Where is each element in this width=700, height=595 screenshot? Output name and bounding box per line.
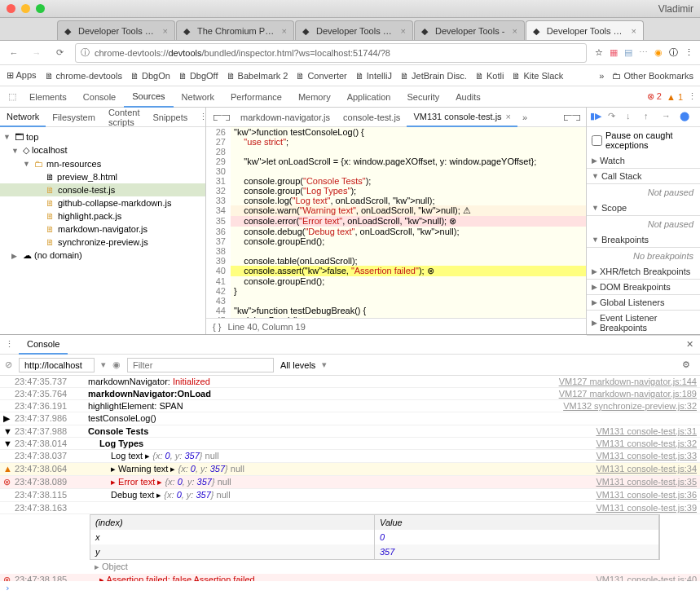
- code-editor[interactable]: 26"kw">function testConsoleLog() {27 "us…: [206, 127, 586, 318]
- console-log-line[interactable]: ▼23:47:37.988Console TestsVM131 console-…: [0, 425, 700, 438]
- url-bar[interactable]: ⓘ chrome-devtools://devtools/bundled/ins…: [75, 43, 587, 63]
- tree-top[interactable]: ▼🗔 top: [0, 130, 205, 143]
- navigator-tab-snippets[interactable]: Snippets: [146, 108, 194, 127]
- log-source-link[interactable]: VM131 console-test.js:33: [596, 451, 697, 461]
- log-source-link[interactable]: VM127 markdown-navigator.js:144: [559, 377, 697, 386]
- ext-icon[interactable]: ▦: [610, 47, 618, 58]
- menu-icon[interactable]: ⋮: [685, 47, 693, 58]
- console-log-line[interactable]: ▶23:47:37.986testConsoleLog(): [0, 412, 700, 425]
- console-log-line[interactable]: ▲23:47:38.064▸ Warning text ▸ {x: 0, y: …: [0, 463, 700, 476]
- more-tabs-icon[interactable]: »: [517, 112, 532, 122]
- log-source-link[interactable]: VM131 console-test.js:40: [596, 575, 697, 581]
- warning-count[interactable]: ▲ 1: [667, 92, 683, 102]
- console-log-line[interactable]: 23:47:36.191highlightElement: SPANVM132 …: [0, 400, 700, 412]
- debugger-section-breakpoints[interactable]: ▼Breakpoints: [587, 232, 700, 248]
- line-number[interactable]: 41: [206, 276, 231, 286]
- debugger-section-xhr-fetch-breakpoints[interactable]: ▶XHR/fetch Breakpoints: [587, 264, 700, 280]
- devtools-tab-sources[interactable]: Sources: [124, 86, 173, 108]
- console-log-line[interactable]: 23:47:38.037Log text ▸ {x: 0, y: 357} nu…: [0, 450, 700, 463]
- bookmark-item[interactable]: 🗎 JetBrain Disc.: [400, 71, 467, 81]
- debugger-section-global-listeners[interactable]: ▶Global Listeners: [587, 295, 700, 311]
- code-line[interactable]: 28: [206, 147, 586, 156]
- log-source-link[interactable]: VM127 markdown-navigator.js:189: [559, 389, 697, 399]
- code-line[interactable]: 42}: [206, 286, 586, 296]
- log-source-link[interactable]: VM131 console-test.js:34: [596, 464, 697, 474]
- line-number[interactable]: 27: [206, 137, 231, 147]
- other-bookmarks[interactable]: 🗀 Other Bookmarks: [612, 71, 693, 81]
- settings-icon[interactable]: ⋮: [688, 91, 697, 102]
- braces-icon[interactable]: { }: [213, 322, 221, 332]
- console-log-line[interactable]: 23:47:35.737markdownNavigator: Initializ…: [0, 376, 700, 388]
- console-log[interactable]: 23:47:35.737markdownNavigator: Initializ…: [0, 376, 700, 581]
- pause-caught-checkbox[interactable]: Pause on caught exceptions: [587, 127, 700, 153]
- line-number[interactable]: 44: [206, 306, 231, 315]
- browser-tab[interactable]: ◆Developer Tools - htt×: [295, 20, 413, 40]
- code-line[interactable]: 44"kw">function testDebugBreak() {: [206, 306, 586, 315]
- tree-file[interactable]: 🗎 github-collapse-markdown.js: [0, 196, 205, 209]
- code-line[interactable]: 32 console.group("Log Types");: [206, 186, 586, 196]
- code-line[interactable]: 29 "kw">let onLoadScroll = {x: window.pa…: [206, 156, 586, 166]
- code-line[interactable]: 36 console.debug("Debug text", onLoadScr…: [206, 227, 586, 236]
- line-number[interactable]: 29: [206, 156, 231, 166]
- code-line[interactable]: 27 "use strict";: [206, 137, 586, 147]
- line-number[interactable]: 28: [206, 147, 231, 156]
- bookmark-item[interactable]: 🗎 Kotli: [475, 71, 504, 81]
- drawer-menu-icon[interactable]: ⋮: [0, 339, 19, 350]
- table-object-footer[interactable]: ▸ Object: [90, 560, 700, 574]
- ext-icon[interactable]: ⋯: [639, 47, 648, 58]
- devtools-tab-console[interactable]: Console: [75, 86, 124, 108]
- eye-icon[interactable]: ◉: [112, 359, 121, 370]
- log-source-link[interactable]: VM132 synchronize-preview.js:32: [563, 401, 697, 411]
- debugger-section-event-listener-breakpoints[interactable]: ▶Event Listener Breakpoints: [587, 311, 700, 336]
- step-into-button[interactable]: ↓: [626, 111, 639, 124]
- console-log-line[interactable]: 23:47:38.163VM131 console-test.js:39: [0, 502, 700, 514]
- line-number[interactable]: 32: [206, 186, 231, 196]
- editor-tab[interactable]: VM131 console-test.js×: [407, 108, 517, 127]
- drawer-close-icon[interactable]: ✕: [680, 339, 700, 350]
- table-row[interactable]: x0: [90, 530, 659, 544]
- tree-file[interactable]: 🗎 synchronize-preview.js: [0, 236, 205, 249]
- devtools-tab-performance[interactable]: Performance: [222, 86, 290, 108]
- tree-folder[interactable]: ▼🗀 mn-resources: [0, 157, 205, 170]
- tree-file[interactable]: 🗎 markdown-navigator.js: [0, 223, 205, 236]
- console-log-line[interactable]: ▼23:47:38.014Log TypesVM131 console-test…: [0, 438, 700, 450]
- log-source-link[interactable]: VM131 console-test.js:35: [596, 477, 697, 487]
- code-line[interactable]: 38: [206, 246, 586, 256]
- code-line[interactable]: 26"kw">function testConsoleLog() {: [206, 127, 586, 137]
- minimize-window-button[interactable]: [21, 4, 30, 13]
- browser-tab[interactable]: ◆Developer Tools - htt×: [57, 20, 175, 40]
- bookmark-item[interactable]: 🗎 Kite Slack: [512, 71, 563, 81]
- line-number[interactable]: 34: [206, 205, 231, 216]
- code-line[interactable]: 35 console.error("Error text", onLoadScr…: [206, 216, 586, 227]
- close-window-button[interactable]: [7, 4, 15, 13]
- line-number[interactable]: 31: [206, 176, 231, 186]
- devtools-tab-audits[interactable]: Audits: [447, 86, 489, 108]
- code-line[interactable]: 33 console.log("Log text", onLoadScroll,…: [206, 196, 586, 205]
- console-tab[interactable]: Console: [19, 335, 68, 355]
- console-settings-icon[interactable]: ⚙: [677, 359, 695, 370]
- close-tab-icon[interactable]: ×: [401, 26, 406, 36]
- log-source-link[interactable]: VM131 console-test.js:39: [596, 503, 697, 513]
- bookmark-item[interactable]: 🗎 Converter: [296, 71, 346, 81]
- console-log-line[interactable]: 23:47:35.764markdownNavigator:OnLoadVM12…: [0, 388, 700, 400]
- close-tab-icon[interactable]: ×: [631, 26, 636, 36]
- step-out-button[interactable]: ↑: [644, 111, 657, 124]
- step-over-button[interactable]: ↷: [608, 111, 621, 124]
- line-number[interactable]: 37: [206, 236, 231, 246]
- console-prompt[interactable]: ›: [0, 581, 700, 595]
- browser-tab[interactable]: ◆The Chromium Projec×: [176, 20, 294, 40]
- console-filter-input[interactable]: [127, 358, 274, 372]
- tree-file[interactable]: 🗎 highlight.pack.js: [0, 209, 205, 223]
- code-line[interactable]: 43: [206, 296, 586, 306]
- info-icon[interactable]: ⓘ: [669, 46, 678, 59]
- log-source-link[interactable]: VM131 console-test.js:31: [596, 426, 697, 436]
- rss-icon[interactable]: ◉: [654, 47, 663, 58]
- nav-toggle-icon[interactable]: ⫍⫎: [209, 112, 234, 122]
- console-log-line[interactable]: ⊗23:47:38.185▸ Assertion failed: false A…: [0, 574, 700, 581]
- debugger-section-watch[interactable]: ▶Watch: [587, 153, 700, 169]
- pause-button[interactable]: ▮▶: [590, 111, 603, 124]
- debugger-section-scope[interactable]: ▼Scope: [587, 201, 700, 216]
- editor-tab[interactable]: console-test.js: [337, 108, 407, 127]
- bookmark-item[interactable]: 🗎 DbgOff: [178, 71, 218, 81]
- devtools-tab-application[interactable]: Application: [339, 86, 399, 108]
